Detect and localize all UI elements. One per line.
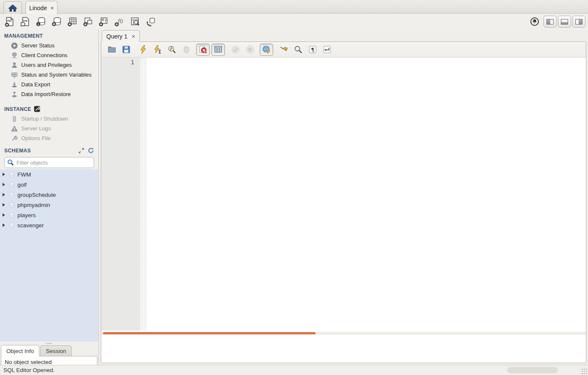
find-button[interactable] <box>291 43 305 56</box>
svg-text:SQL: SQL <box>23 19 28 22</box>
schema-icon <box>8 182 15 188</box>
schema-filter-input[interactable] <box>17 160 91 166</box>
query-tab-close-icon[interactable]: × <box>132 33 135 39</box>
tab-object-info[interactable]: Object Info <box>1 345 39 356</box>
new-sql-tab-button[interactable]: SQL <box>2 15 17 28</box>
schema-inspector-button[interactable]: i <box>33 15 49 28</box>
schema-icon <box>8 192 15 198</box>
wrap-text-icon <box>322 45 332 54</box>
connection-tab-close-icon[interactable]: × <box>50 5 54 11</box>
schema-row-golf[interactable]: golf <box>0 179 98 190</box>
sidebar-item-startup-shutdown[interactable]: Startup / Shutdown <box>0 114 98 124</box>
sidebar-item-server-logs[interactable]: Server Logs <box>0 124 98 133</box>
query-tab[interactable]: Query 1 × <box>102 30 140 42</box>
schema-row-scavenger[interactable]: scavenger <box>0 220 98 230</box>
create-procedure-button[interactable] <box>96 15 111 28</box>
sql-editor-toolbar: ¶ <box>101 42 586 58</box>
home-tab[interactable] <box>3 1 22 14</box>
sidebar-item-client-connections[interactable]: Client Connections <box>0 50 98 60</box>
status-bar: SQL Editor Opened. <box>0 365 588 375</box>
expand-panel-icon[interactable] <box>78 148 84 154</box>
resize-grip-icon[interactable] <box>581 368 587 374</box>
toggle-right-sidebar-button[interactable] <box>572 16 585 28</box>
create-schema-icon <box>51 16 62 27</box>
server-status-icon <box>11 42 18 49</box>
sql-editor: ¶ 1 <box>101 41 586 363</box>
stop-on-error-toggle[interactable] <box>196 44 210 56</box>
stop-on-error-icon <box>198 45 208 54</box>
statusbar-scrollbar-thumb[interactable] <box>507 367 558 373</box>
schema-icon <box>8 212 15 218</box>
create-function-icon: f () <box>114 16 125 27</box>
expand-arrow-icon[interactable] <box>3 173 5 176</box>
query-tab-label: Query 1 <box>106 33 128 40</box>
editor-horizontal-scrollbar[interactable] <box>101 332 586 335</box>
scrollbar-thumb[interactable] <box>103 332 316 334</box>
schema-row-phpmyadmin[interactable]: phpmyadmin <box>0 200 98 210</box>
tab-session[interactable]: Session <box>40 345 72 356</box>
commit-button[interactable] <box>228 43 243 56</box>
execute-button[interactable] <box>136 43 150 56</box>
expand-arrow-icon[interactable] <box>3 203 5 207</box>
sidebar-item-data-import[interactable]: Data Import/Restore <box>0 89 98 99</box>
wrap-text-toggle[interactable] <box>320 43 334 56</box>
toggle-bottom-panel-button[interactable] <box>558 16 571 28</box>
limit-rows-toggle[interactable] <box>211 44 225 56</box>
reconnect-dbms-button[interactable] <box>143 15 158 28</box>
schemas-section-header: SCHEMAS <box>0 143 98 155</box>
new-sql-tab-icon: SQL <box>4 16 15 27</box>
explain-button[interactable] <box>165 43 179 56</box>
create-schema-button[interactable] <box>49 15 64 28</box>
execute-current-button[interactable] <box>150 43 165 56</box>
schema-row-fwm[interactable]: FWM <box>0 169 98 179</box>
object-info-text: No object selected <box>5 359 52 365</box>
save-script-button[interactable] <box>119 43 133 56</box>
sidebar-splitter[interactable] <box>0 342 98 345</box>
rollback-icon <box>245 45 255 54</box>
sidebar-item-users-privileges[interactable]: Users and Privileges <box>0 60 98 70</box>
splitter-grip-icon <box>46 342 53 345</box>
schema-row-players[interactable]: players <box>0 210 98 220</box>
query-tab-bar: Query 1 × <box>99 30 588 41</box>
sidebar-item-options-file[interactable]: Options File <box>0 133 98 143</box>
refresh-icon[interactable] <box>88 147 94 154</box>
startup-shutdown-icon <box>11 116 18 122</box>
create-table-button[interactable] <box>64 15 80 28</box>
management-section-title: MANAGEMENT <box>0 30 98 41</box>
svg-text:¶: ¶ <box>311 47 314 53</box>
sidebar-item-system-variables[interactable]: Status and System Variables <box>0 70 98 80</box>
toggle-right-sidebar-icon <box>575 19 582 25</box>
schema-tree: FWM golf groupSchedule phpmyadmin player… <box>0 169 98 342</box>
stop-button[interactable] <box>179 43 194 56</box>
connection-tab[interactable]: Linode × <box>25 1 58 14</box>
search-table-data-icon <box>130 16 141 27</box>
toggle-left-sidebar-button[interactable] <box>544 16 557 28</box>
expand-arrow-icon[interactable] <box>3 193 5 196</box>
expand-arrow-icon[interactable] <box>3 213 5 217</box>
beautify-button[interactable] <box>277 43 291 56</box>
sidebar-item-data-export[interactable]: Data Export <box>0 80 98 89</box>
autocommit-toggle[interactable] <box>260 44 273 56</box>
sidebar-item-server-status[interactable]: Server Status <box>0 41 98 50</box>
search-table-data-button[interactable] <box>127 15 143 28</box>
open-sql-script-button[interactable]: SQL <box>17 15 33 28</box>
expand-arrow-icon[interactable] <box>3 183 5 186</box>
schema-row-groupschedule[interactable]: groupSchedule <box>0 190 98 200</box>
create-function-button[interactable]: f () <box>111 15 127 28</box>
save-script-icon <box>122 45 131 54</box>
toggle-bottom-panel-icon <box>561 19 568 25</box>
main-area: Query 1 × <box>99 30 588 365</box>
show-invisibles-toggle[interactable]: ¶ <box>305 43 320 56</box>
expand-arrow-icon[interactable] <box>3 223 5 227</box>
beautify-icon <box>279 45 288 54</box>
explain-icon <box>167 45 177 54</box>
sql-editor-area[interactable]: 1 <box>101 58 586 331</box>
notification-bell-button[interactable] <box>527 15 542 28</box>
create-view-button[interactable] <box>80 15 96 28</box>
instance-section-title: INSTANCE <box>0 102 98 114</box>
schema-inspector-icon: i <box>36 16 47 27</box>
open-script-button[interactable] <box>105 43 119 56</box>
autocommit-icon <box>262 45 271 54</box>
rollback-button[interactable] <box>243 43 257 56</box>
data-import-icon <box>11 91 18 98</box>
